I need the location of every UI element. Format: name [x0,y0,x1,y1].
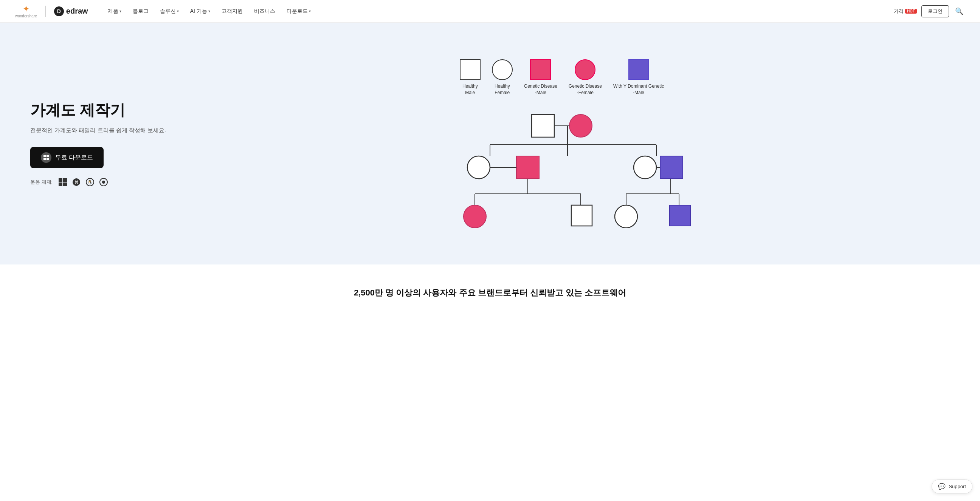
chrome-icon [99,177,108,187]
product-chevron-icon: ▾ [119,9,121,13]
svg-point-15 [570,114,592,137]
nav-download[interactable]: 다운로드 ▾ [282,5,315,18]
svg-point-38 [615,205,638,228]
svg-rect-7 [63,182,67,186]
price-item[interactable]: 가격 HOT [894,8,917,15]
svg-text:⌘: ⌘ [75,180,79,184]
main-nav: 제품 ▾ 블로그 솔루션 ▾ AI 기능 ▾ 고객지원 비즈니스 다운로드 ▾ [103,5,894,18]
hero-title: 가계도 제작기 [30,100,174,120]
svg-point-13 [102,181,105,184]
genetic-disease-female-shape [575,59,595,80]
svg-rect-26 [660,156,683,179]
wondershare-logo[interactable]: ✦ wondershare [15,4,37,18]
legend-healthy-female: HealthyFemale [492,59,513,96]
svg-point-22 [467,156,490,179]
svg-rect-5 [63,178,67,182]
family-tree-diagram [430,107,694,228]
nav-right: 가격 HOT 로그인 🔍 [894,5,965,17]
legend: HealthyMale HealthyFemale Genetic Diseas… [460,59,664,96]
svg-rect-3 [46,158,49,160]
svg-rect-1 [46,155,49,157]
hot-badge: HOT [905,9,917,14]
os-label: 운용 체제: [30,179,52,185]
linux-icon: 🐧 [85,177,95,187]
nav-business[interactable]: 비즈니스 [250,5,280,18]
logo-area: ✦ wondershare D edraw [15,4,88,18]
nav-product[interactable]: 제품 ▾ [103,5,126,18]
download-button[interactable]: 무료 다운로드 [30,147,103,168]
legend-healthy-male: HealthyMale [460,59,480,96]
svg-rect-2 [43,158,46,160]
hero-left: 가계도 제작기 전문적인 가계도와 패밀리 트리를 쉽게 작성해 보세요. 무료… [30,100,174,187]
svg-rect-14 [531,114,554,137]
y-dominant-male-label: With Y Dominant Genetic-Male [613,83,664,96]
nav-ai[interactable]: AI 기능 ▾ [186,5,215,18]
svg-rect-0 [43,155,46,157]
nav-blog[interactable]: 블로그 [128,5,153,18]
hero-section: 가계도 제작기 전문적인 가계도와 패밀리 트리를 쉽게 작성해 보세요. 무료… [0,23,980,265]
svg-text:🐧: 🐧 [88,179,92,185]
svg-rect-39 [670,205,690,226]
edraw-logo[interactable]: D edraw [54,6,88,16]
nav-support[interactable]: 고객지원 [217,5,247,18]
ai-chevron-icon: ▾ [208,9,210,13]
legend-genetic-male: Genetic Disease-Male [524,59,557,96]
svg-rect-4 [59,178,62,182]
genetic-disease-male-label: Genetic Disease-Male [524,83,557,96]
legend-y-dominant: With Y Dominant Genetic-Male [613,59,664,96]
mac-icon: ⌘ [72,177,81,187]
y-dominant-male-shape [628,59,649,80]
logo-divider [45,6,46,17]
login-button[interactable]: 로그인 [921,5,949,17]
healthy-male-shape [460,59,480,80]
nav-solution[interactable]: 솔루션 ▾ [155,5,183,18]
bottom-title: 2,500만 명 이상의 사용자와 주요 브랜드로부터 신뢰받고 있는 소프트웨… [15,287,965,298]
edraw-icon: D [54,6,64,16]
legend-genetic-female: Genetic Disease-Female [569,59,602,96]
header: ✦ wondershare D edraw 제품 ▾ 블로그 솔루션 ▾ AI … [0,0,980,23]
healthy-male-label: HealthyMale [462,83,478,96]
svg-rect-23 [517,156,539,179]
healthy-female-label: HealthyFemale [495,83,510,96]
download-os-icon [41,152,51,163]
hero-subtitle: 전문적인 가계도와 패밀리 트리를 쉽게 작성해 보세요. [30,126,174,135]
windows-icon [58,177,68,187]
bottom-section: 2,500만 명 이상의 사용자와 주요 브랜드로부터 신뢰받고 있는 소프트웨… [0,265,980,314]
solution-chevron-icon: ▾ [177,9,179,13]
os-icons: ⌘ 🐧 [58,177,108,187]
svg-rect-6 [59,182,62,186]
svg-point-25 [634,156,656,179]
download-chevron-icon: ▾ [309,9,311,13]
genetic-disease-female-label: Genetic Disease-Female [569,83,602,96]
healthy-female-shape [492,59,513,80]
search-button[interactable]: 🔍 [953,6,965,17]
svg-rect-37 [571,205,592,226]
genetic-disease-male-shape [530,59,551,80]
hero-right: HealthyMale HealthyFemale Genetic Diseas… [174,59,950,228]
os-section: 운용 체제: ⌘ [30,177,174,187]
svg-point-36 [463,205,486,228]
